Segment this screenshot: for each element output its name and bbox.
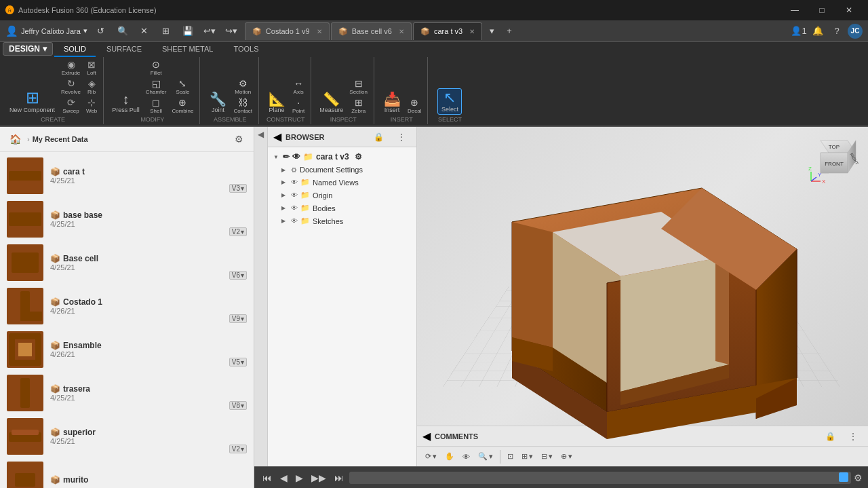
new-tab-button[interactable]: ▾ (484, 23, 500, 39)
timeline-first-button[interactable]: ⏮ (260, 471, 275, 485)
fillet-button[interactable]: ⊙ Fillet (144, 58, 169, 77)
version-trasera[interactable]: V8 ▾ (229, 401, 247, 410)
sidebar-item-ensamble[interactable]: 📦 Ensamble 4/26/21 V5 ▾ (3, 329, 251, 371)
tab-close-basecell[interactable]: ✕ (399, 28, 404, 35)
version-base-base[interactable]: V2 ▾ (229, 227, 247, 236)
browser-collapse-button[interactable]: ◀ (254, 127, 268, 466)
browser-item-named-views[interactable]: ▶ 👁 📁 Named Views (268, 176, 416, 189)
plane-button[interactable]: 📐 Plane (264, 91, 289, 115)
maximize-button[interactable]: □ (808, 0, 835, 20)
redo-button[interactable]: ↪▾ (223, 23, 239, 39)
tab-tools[interactable]: TOOLS (224, 42, 268, 57)
browser-item-doc-settings[interactable]: ▶ ⚙ Document Settings (268, 164, 416, 176)
tab-basecell[interactable]: 📦 Base cell v6 ✕ (331, 22, 412, 40)
tab-cara[interactable]: 📦 cara t v3 ✕ (413, 22, 482, 40)
sidebar-item-superior[interactable]: 📦 superior 4/25/21 V2 ▾ (3, 415, 251, 457)
sidebar-item-base-cell[interactable]: 📦 Base cell 4/25/21 V6 ▾ (3, 242, 251, 284)
refresh-button[interactable]: ↺ (93, 23, 109, 39)
cancel-button[interactable]: ✕ (136, 23, 153, 39)
version-cara-t[interactable]: V3 ▾ (229, 184, 247, 193)
comments-lock-button[interactable]: 🔒 (821, 427, 840, 446)
eye-icon-bodies: 👁 (291, 204, 298, 212)
timeline-settings-button[interactable]: ⚙ (854, 472, 863, 483)
section-button[interactable]: ⊟ Section (347, 77, 370, 96)
sidebar-item-cara-t[interactable]: 📦 cara t 4/25/21 V3 ▾ (3, 155, 251, 197)
tab-close-cara[interactable]: ✕ (469, 28, 475, 35)
pan-button[interactable]: ✋ (442, 449, 457, 465)
doc-settings-label: Document Settings (300, 166, 363, 174)
shell-button[interactable]: ◻ Shell (144, 96, 169, 115)
revolve-button[interactable]: ↻ Revolve (59, 77, 83, 96)
add-tab-button[interactable]: + (501, 23, 517, 39)
grid-button[interactable]: ⊞ (158, 23, 174, 39)
insert-button[interactable]: 📥 Insert (380, 91, 404, 115)
browser-more-button[interactable]: ⋮ (392, 128, 411, 147)
root-folder-icon: 📁 (303, 152, 313, 162)
measure-button[interactable]: 📏 Measure (317, 91, 346, 115)
version-ensamble[interactable]: V5 ▾ (229, 358, 247, 367)
viewport[interactable]: TOP FRONT RIGHT X (417, 127, 868, 466)
contact-button[interactable]: ⛓ Contact (231, 96, 254, 115)
settings-button[interactable]: ⚙ (229, 130, 248, 149)
sweep-button[interactable]: ⟳ Sweep (59, 96, 83, 115)
root-label: cara t v3 (316, 152, 349, 162)
timeline-track[interactable] (349, 472, 851, 484)
svg-text:X: X (822, 179, 826, 185)
press-pull-button[interactable]: ↕ Press Pull (109, 91, 142, 115)
sidebar-item-trasera[interactable]: 📦 trasera 4/25/21 V8 ▾ (3, 372, 251, 414)
comments-more-button[interactable]: ⋮ (844, 427, 863, 446)
browser-lock-button[interactable]: 🔒 (369, 128, 388, 147)
user-count-button[interactable]: 👤1 (791, 23, 807, 39)
orbit-button[interactable]: ⟳ ▾ (422, 449, 439, 465)
tab-surface[interactable]: SURFACE (97, 42, 151, 57)
web-button[interactable]: ⊹ Web (84, 96, 99, 115)
browser-item-sketches[interactable]: ▶ 👁 📁 Sketches (268, 214, 416, 227)
create-add-button[interactable]: ⊞ New Component (7, 88, 58, 115)
axis-button[interactable]: ↔ Axis (290, 77, 307, 96)
rib-button[interactable]: ◈ Rib (84, 77, 99, 96)
loft-button[interactable]: ⊠ Loft (84, 58, 99, 77)
sidebar-item-costado[interactable]: 📦 Costado 1 4/26/21 V9 ▾ (3, 285, 251, 327)
notification-button[interactable]: 🔔 (810, 23, 826, 39)
tab-costado[interactable]: 📦 Costado 1 v9 ✕ (245, 22, 330, 40)
viewcube[interactable]: TOP FRONT RIGHT X (807, 134, 861, 188)
timeline-play-button[interactable]: ▶ (293, 471, 306, 485)
item-date-cara-t: 4/25/21 (50, 176, 247, 185)
motion-link-button[interactable]: ⚙ Motion (231, 77, 254, 96)
user-badge[interactable]: 👤 Jeffry Calixto Jara ▾ (5, 25, 87, 37)
browser-item-bodies[interactable]: ▶ 👁 📁 Bodies (268, 202, 416, 214)
search-button[interactable]: 🔍 (115, 23, 131, 39)
select-button[interactable]: ↖ Select (437, 88, 462, 115)
modify-label: MODIFY (140, 116, 164, 123)
close-button[interactable]: ✕ (835, 0, 863, 20)
sidebar-item-murito[interactable]: 📦 murito (3, 459, 251, 488)
sidebar-item-base-base[interactable]: 📦 base base 4/25/21 V2 ▾ (3, 198, 251, 240)
joint-button[interactable]: 🔧 Joint (205, 91, 230, 115)
timeline-last-button[interactable]: ⏭ (332, 471, 347, 485)
extrude-button[interactable]: ◉ Extrude (59, 58, 83, 77)
design-dropdown[interactable]: DESIGN ▾ (3, 42, 53, 56)
decal-button[interactable]: ⊕ Decal (406, 96, 423, 115)
help-button[interactable]: ? (829, 23, 845, 39)
combine-button[interactable]: ⊕ Combine (170, 96, 195, 115)
point-button[interactable]: · Point (290, 96, 307, 115)
version-base-cell[interactable]: V6 ▾ (229, 271, 247, 280)
assemble-label: ASSEMBLE (214, 116, 247, 123)
browser-root-item[interactable]: ▼ ✏ 👁 📁 cara t v3 ⚙ (268, 150, 416, 164)
home-button[interactable]: 🏠 (5, 130, 24, 149)
tab-close-costado[interactable]: ✕ (317, 28, 322, 35)
undo-button[interactable]: ↩▾ (201, 23, 218, 39)
version-superior[interactable]: V2 ▾ (229, 445, 247, 453)
chamfer-button[interactable]: ◱ Chamfer (144, 77, 169, 96)
viewport-canvas[interactable]: TOP FRONT RIGHT X (417, 127, 868, 426)
browser-item-origin[interactable]: ▶ 👁 📁 Origin (268, 189, 416, 202)
tab-sheet-metal[interactable]: SHEET METAL (153, 42, 222, 57)
timeline-prev-button[interactable]: ◀ (277, 471, 290, 485)
timeline-next-button[interactable]: ▶▶ (309, 471, 329, 485)
zebra-button[interactable]: ⊞ Zebra (347, 96, 370, 115)
scale-button[interactable]: ⤡ Scale (170, 77, 195, 96)
version-costado[interactable]: V9 ▾ (229, 314, 247, 323)
save-button[interactable]: 💾 (180, 23, 196, 39)
minimize-button[interactable]: — (781, 0, 808, 20)
tab-solid[interactable]: SOLID (54, 42, 96, 57)
